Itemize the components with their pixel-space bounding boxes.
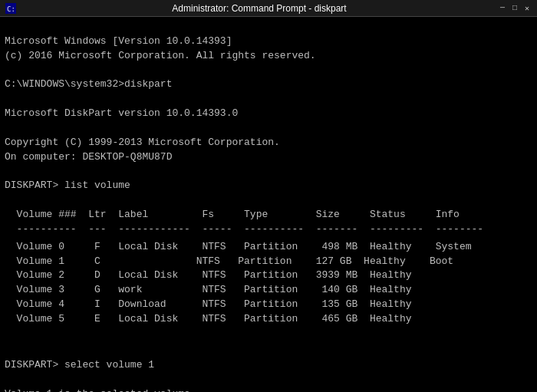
blank-after-select bbox=[5, 374, 11, 385]
volume-table: Volume 0 F Local Disk NTFS Partition 498… bbox=[0, 240, 537, 330]
diskpart-version: Microsoft DiskPart version 10.0.14393.0 bbox=[5, 107, 238, 119]
console-output: Microsoft Windows [Version 10.0.14393] (… bbox=[0, 17, 537, 240]
console-lower: DISKPART> select volume 1 Volume 1 is th… bbox=[0, 330, 537, 392]
table-row: Volume 3 G work NTFS Partition 140 GB He… bbox=[5, 284, 412, 295]
title-bar: C: Administrator: Command Prompt - diskp… bbox=[0, 0, 537, 17]
selected-volume-msg: Volume 1 is the selected volume. bbox=[5, 388, 196, 392]
svg-text:C:: C: bbox=[7, 5, 15, 13]
minimize-button[interactable]: ─ bbox=[497, 3, 508, 14]
window-title: Administrator: Command Prompt - diskpart bbox=[21, 3, 497, 14]
table-row: Volume 5 E Local Disk NTFS Partition 465… bbox=[5, 313, 412, 324]
copyright-ms: (c) 2016 Microsoft Corporation. All righ… bbox=[5, 50, 316, 61]
blank-after-table bbox=[5, 345, 11, 357]
table-row: Volume 1 C NTFS Partition 127 GB Healthy… bbox=[5, 255, 453, 267]
table-header: Volume ### Ltr Label Fs Type Size Status… bbox=[5, 209, 460, 220]
list-volume-cmd: DISKPART> list volume bbox=[5, 180, 130, 191]
table-row: Volume 0 F Local Disk NTFS Partition 498… bbox=[5, 241, 472, 252]
table-row: Volume 4 I Download NTFS Partition 135 G… bbox=[5, 298, 412, 310]
maximize-button[interactable]: □ bbox=[509, 3, 520, 14]
computer-name: On computer: DESKTOP-Q8MU87D bbox=[5, 151, 172, 163]
windows-version: Microsoft Windows [Version 10.0.14393] bbox=[5, 35, 232, 47]
close-button[interactable]: ✕ bbox=[522, 3, 532, 14]
diskpart-prompt: C:\WINDOWS\system32>diskpart bbox=[5, 78, 172, 90]
cmd-icon: C: bbox=[5, 2, 17, 15]
select-volume-cmd: DISKPART> select volume 1 bbox=[5, 359, 154, 371]
copyright-line: Copyright (C) 1999-2013 Microsoft Corpor… bbox=[5, 137, 280, 148]
table-separator: ---------- --- ------------ ----- ------… bbox=[5, 223, 483, 235]
window-controls[interactable]: ─ □ ✕ bbox=[497, 3, 532, 14]
table-row: Volume 2 D Local Disk NTFS Partition 393… bbox=[5, 269, 412, 281]
